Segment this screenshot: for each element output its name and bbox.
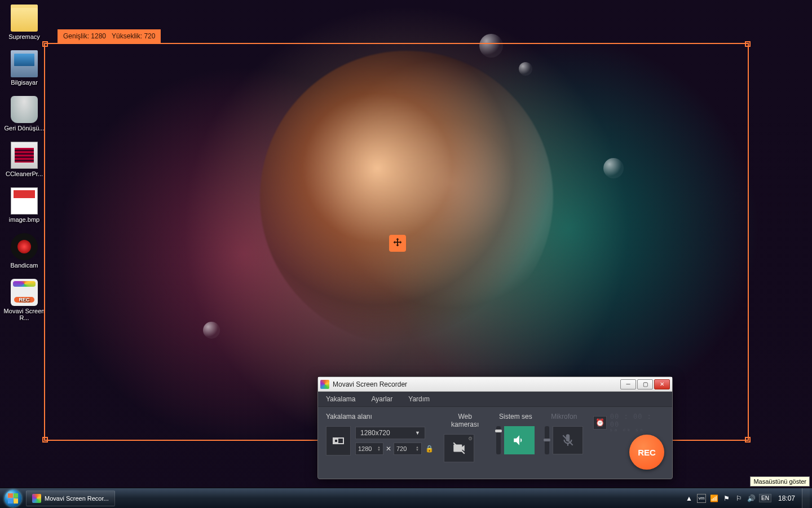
movavi-shortcut[interactable]: Movavi Screen R...: [3, 279, 45, 321]
start-button[interactable]: [1, 488, 25, 509]
webcam-toggle[interactable]: ⚙: [444, 434, 474, 462]
icon-label: Geri Dönüşü...: [3, 125, 45, 132]
tray-network-icon[interactable]: 📶: [709, 494, 718, 503]
ccleaner-archive[interactable]: CCleanerPr...: [3, 142, 45, 177]
close-button[interactable]: ✕: [654, 379, 670, 389]
webcam-label: Web kamerası: [444, 413, 486, 428]
show-desktop-button[interactable]: [802, 488, 810, 509]
tray-volume-icon[interactable]: 🔊: [747, 494, 756, 503]
window-title: Movavi Screen Recorder: [333, 380, 620, 388]
resize-handle-tl[interactable]: [42, 41, 48, 47]
system-tray: ▲ vm 📶 ⚑ ⚐ 🔊 EN 18:07: [685, 488, 811, 509]
language-indicator[interactable]: EN: [759, 494, 771, 502]
app-icon: [320, 380, 329, 389]
resize-handle-bl[interactable]: [42, 437, 48, 443]
gear-icon[interactable]: ⚙: [468, 436, 473, 441]
bandicam-shortcut[interactable]: Bandicam: [3, 233, 45, 269]
computer-icon[interactable]: Bilgisayar: [3, 50, 45, 86]
icon-label: CCleanerPr...: [3, 170, 45, 177]
computer-icon-icon: [11, 50, 38, 77]
resolution-preset-select[interactable]: 1280x720 ▼: [355, 427, 425, 439]
dimension-badge: Genişlik: 1280 Yükseklik: 720: [58, 29, 161, 43]
taskbar-clock[interactable]: 18:07: [775, 494, 798, 502]
folder-supremacy[interactable]: Supremacy: [3, 5, 45, 40]
desktop-icons: SupremacyBilgisayarGeri Dönüşü...CCleane…: [3, 5, 45, 331]
taskbar-item-label: Movavi Screen Recor...: [45, 495, 109, 502]
resize-handle-tr[interactable]: [745, 41, 751, 47]
timer-units: sa dk sn: [610, 427, 664, 432]
dimension-separator: ✕: [386, 445, 391, 453]
image-bmp[interactable]: image.bmp: [3, 187, 45, 223]
tray-vm-icon[interactable]: vm: [697, 494, 706, 503]
schedule-button[interactable]: ⏰: [593, 416, 606, 430]
width-input[interactable]: 1280▲▼: [355, 443, 383, 455]
icon-label: image.bmp: [3, 216, 45, 223]
microphone-toggle[interactable]: [553, 426, 583, 454]
tray-security-icon[interactable]: ⚑: [722, 494, 731, 503]
timer-display: 00 : 00 : 00: [610, 413, 664, 428]
app-icon: [32, 494, 41, 503]
movavi-shortcut-icon: [11, 279, 38, 306]
minimize-button[interactable]: ─: [620, 379, 636, 389]
dropdown-icon: ▼: [415, 430, 420, 436]
capture-area-label: Yakalama alanı: [326, 413, 434, 421]
taskbar-item-movavi[interactable]: Movavi Screen Recor...: [26, 491, 115, 506]
move-handle[interactable]: [389, 235, 406, 252]
bandicam-shortcut-icon: [11, 233, 38, 260]
taskbar: Movavi Screen Recor... ▲ vm 📶 ⚑ ⚐ 🔊 EN 1…: [0, 488, 812, 508]
titlebar[interactable]: Movavi Screen Recorder ─ ▢ ✕: [318, 377, 672, 392]
icon-label: Bilgisayar: [3, 79, 45, 86]
record-button[interactable]: REC: [629, 435, 664, 470]
system-audio-label: Sistem ses: [496, 413, 535, 421]
tray-action-icon[interactable]: ⚐: [734, 494, 743, 503]
system-audio-slider[interactable]: [496, 426, 501, 454]
height-input[interactable]: 720▲▼: [394, 443, 422, 455]
tray-chevron-icon[interactable]: ▲: [685, 494, 694, 503]
preset-value: 1280x720: [360, 429, 390, 437]
microphone-slider[interactable]: [545, 426, 549, 454]
icon-label: Bandicam: [3, 262, 45, 269]
icon-label: Movavi Screen R...: [3, 308, 45, 321]
movavi-window: Movavi Screen Recorder ─ ▢ ✕ YakalamaAya…: [317, 376, 673, 479]
aspect-lock-icon[interactable]: 🔒: [425, 445, 434, 453]
show-desktop-tooltip: Masaüstünü göster: [750, 476, 810, 487]
folder-supremacy-icon: [11, 5, 38, 32]
image-bmp-icon: [11, 187, 38, 214]
system-audio-toggle[interactable]: [504, 426, 535, 454]
recycle-bin[interactable]: Geri Dönüşü...: [3, 96, 45, 132]
width-label: Genişlik: 1280: [63, 32, 106, 40]
menu-yardım[interactable]: Yardım: [408, 395, 430, 403]
resize-handle-br[interactable]: [745, 437, 751, 443]
menubar: YakalamaAyarlarYardım: [318, 392, 672, 407]
recycle-bin-icon: [11, 96, 38, 123]
height-label: Yükseklik: 720: [112, 32, 155, 40]
microphone-label: Mikrofon: [545, 413, 583, 421]
icon-label: Supremacy: [3, 33, 45, 40]
menu-ayarlar[interactable]: Ayarlar: [371, 395, 392, 403]
maximize-button[interactable]: ▢: [637, 379, 653, 389]
fullscreen-button[interactable]: [326, 426, 351, 456]
menu-yakalama[interactable]: Yakalama: [326, 395, 355, 403]
ccleaner-archive-icon: [11, 142, 38, 169]
